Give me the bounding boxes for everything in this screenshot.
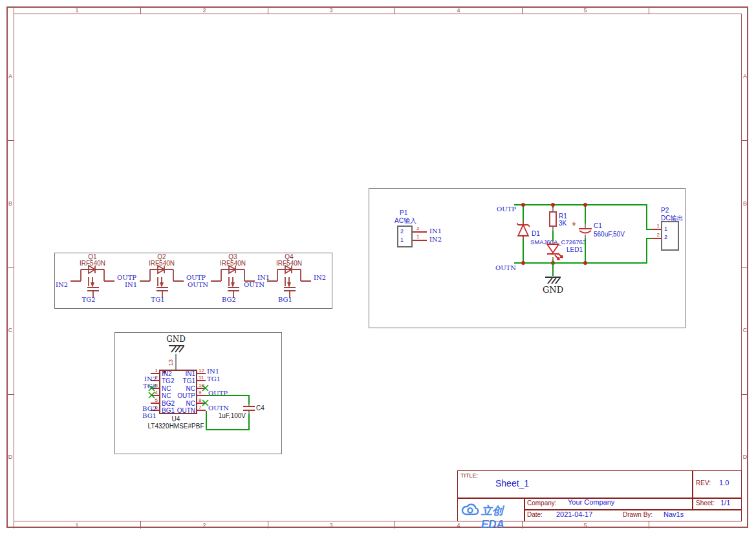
wire-segment[interactable] bbox=[206, 395, 250, 396]
ground-symbol[interactable] bbox=[544, 276, 562, 286]
easyeda-logo: 立创EDA bbox=[461, 501, 523, 519]
no-connect-icon bbox=[202, 384, 209, 392]
pin-wire[interactable] bbox=[413, 240, 427, 241]
nmos-symbol[interactable] bbox=[266, 261, 312, 299]
pin-number: 13 bbox=[167, 356, 174, 369]
pin-name: 2 bbox=[664, 234, 667, 240]
drawn-by-value: Nav1s bbox=[664, 510, 684, 518]
net-label[interactable]: TG1 bbox=[145, 296, 171, 303]
ruler-column-label: 2 bbox=[191, 7, 217, 14]
title-label: TITLE: bbox=[460, 472, 478, 479]
io-group-box[interactable] bbox=[369, 188, 686, 328]
ruler-column-label: 4 bbox=[446, 522, 471, 529]
ruler-tick bbox=[268, 521, 268, 529]
ruler-tick bbox=[394, 521, 395, 529]
wire-segment[interactable] bbox=[646, 229, 652, 230]
net-label[interactable]: IN2 bbox=[314, 274, 326, 281]
ruler-column-label: 1 bbox=[64, 7, 90, 14]
ruler-column-label: 4 bbox=[446, 7, 471, 14]
ruler-tick bbox=[649, 7, 649, 14]
net-label[interactable]: OUTN bbox=[208, 404, 229, 412]
ruler-tick bbox=[7, 140, 14, 141]
no-connect-icon bbox=[148, 392, 155, 399]
wire-segment[interactable] bbox=[552, 262, 554, 276]
net-label[interactable]: BG2 bbox=[216, 296, 242, 303]
rev-value: 1.0 bbox=[719, 479, 729, 487]
pin-number: 12 bbox=[199, 368, 204, 373]
gnd-net-label[interactable]: GND bbox=[539, 285, 567, 295]
pin-number: 2 bbox=[640, 232, 660, 238]
connector-p1[interactable] bbox=[397, 226, 413, 247]
gnd-net-label[interactable]: GND bbox=[162, 335, 190, 344]
wire-segment[interactable] bbox=[646, 238, 647, 264]
ruler-row-label: A bbox=[7, 73, 14, 79]
pin-wire[interactable] bbox=[652, 238, 661, 239]
net-label[interactable]: IN2 bbox=[429, 236, 442, 243]
wire-segment[interactable] bbox=[248, 395, 250, 404]
ruler-row-label: C bbox=[7, 327, 14, 333]
net-label[interactable]: IN1 bbox=[116, 281, 137, 288]
pin-number: 8 bbox=[199, 397, 201, 403]
net-label[interactable]: IN1 bbox=[429, 227, 442, 235]
net-label[interactable]: OUTN bbox=[489, 264, 516, 271]
sheet-value: 1/1 bbox=[720, 499, 730, 507]
resistor-r1[interactable] bbox=[549, 211, 557, 227]
no-connect-icon bbox=[202, 399, 209, 406]
wire-segment[interactable] bbox=[206, 429, 250, 430]
net-label[interactable]: OUTN bbox=[244, 281, 265, 288]
net-label[interactable]: OUTN bbox=[188, 281, 208, 288]
capacitor-plate[interactable] bbox=[243, 406, 255, 407]
component-q4[interactable]: Q4 IRF540N OUTN IN2 BG1 bbox=[244, 253, 334, 308]
pin-name: NC bbox=[168, 400, 195, 407]
wire-segment[interactable] bbox=[175, 354, 177, 370]
polarity-plus-sign: + bbox=[572, 220, 576, 229]
net-label[interactable]: IN1 bbox=[207, 368, 219, 375]
net-label[interactable]: BG1 bbox=[129, 412, 157, 419]
ref-designator: C1 bbox=[594, 222, 602, 229]
junction-dot bbox=[583, 203, 587, 207]
title-block-divider bbox=[692, 470, 693, 510]
ruler-tick bbox=[14, 7, 14, 14]
net-label[interactable]: BG1 bbox=[272, 296, 298, 303]
junction-dot bbox=[521, 261, 525, 265]
pin-number: 2 bbox=[416, 226, 419, 231]
net-label[interactable]: IN2 bbox=[47, 281, 68, 288]
pin-name: OUTN bbox=[168, 407, 195, 414]
wire-outn-rail[interactable] bbox=[514, 262, 647, 264]
wire-segment[interactable] bbox=[248, 414, 250, 430]
nmos-symbol[interactable] bbox=[69, 261, 116, 299]
pin-wire[interactable] bbox=[413, 231, 427, 233]
wire-segment[interactable] bbox=[523, 239, 524, 264]
date-label: Date: bbox=[527, 511, 543, 518]
pin-wire[interactable] bbox=[652, 229, 661, 230]
pin-name: IN1 bbox=[168, 370, 195, 377]
wire-segment[interactable] bbox=[646, 238, 652, 239]
wire-outp-rail[interactable] bbox=[514, 204, 647, 205]
no-connect-icon bbox=[148, 384, 155, 392]
logo-text: 立创EDA bbox=[481, 503, 523, 531]
ruler-column-label: 1 bbox=[64, 522, 90, 529]
pin-number: 7 bbox=[199, 404, 201, 410]
ruler-tick bbox=[522, 7, 523, 14]
net-label[interactable]: OUTP bbox=[489, 205, 516, 213]
ruler-tick bbox=[7, 394, 14, 395]
wire-segment[interactable] bbox=[585, 204, 586, 224]
net-label[interactable]: BG2 bbox=[129, 405, 157, 412]
net-label[interactable]: IN2 bbox=[129, 375, 157, 383]
net-label[interactable]: TG2 bbox=[76, 296, 102, 303]
tvs-diode-symbol[interactable] bbox=[517, 222, 530, 239]
ruler-tick bbox=[742, 140, 748, 141]
wire-segment[interactable] bbox=[523, 204, 524, 222]
led-symbol[interactable] bbox=[545, 244, 568, 263]
wire-segment[interactable] bbox=[585, 238, 586, 264]
ground-symbol[interactable] bbox=[167, 344, 186, 354]
ruler-tick bbox=[140, 521, 141, 529]
net-label[interactable]: TG1 bbox=[207, 375, 221, 383]
capacitor-plate[interactable] bbox=[579, 228, 592, 229]
nmos-symbol[interactable] bbox=[138, 261, 185, 299]
pin-name: 1 bbox=[664, 226, 667, 232]
ref-designator: P2 bbox=[661, 207, 669, 214]
pin-number: 9 bbox=[199, 390, 201, 395]
connector-name: AC输入 bbox=[394, 216, 416, 226]
wire-segment[interactable] bbox=[552, 231, 554, 241]
